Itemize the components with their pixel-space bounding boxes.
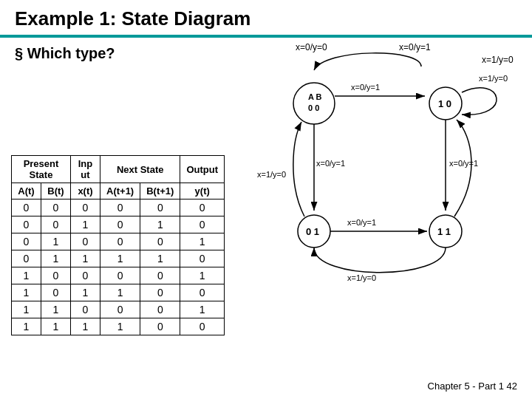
node-ab00-label-2: 0 0 (308, 103, 319, 112)
state-table: PresentState Input Next State Output A(t… (11, 155, 225, 335)
table-cell: 1 (71, 250, 100, 267)
node-01-label: 0 1 (306, 226, 319, 237)
chapter-footer: Chapter 5 - Part 1 42 (428, 381, 517, 392)
table-row: 110001 (12, 301, 225, 318)
table-cell: 1 (140, 216, 180, 233)
table-cell: 1 (71, 284, 100, 301)
table-cell: 0 (41, 284, 71, 301)
table-cell: 1 (41, 233, 71, 250)
table-row: 000000 (12, 200, 225, 216)
table-cell: 1 (71, 318, 100, 335)
table-cell: 0 (12, 216, 41, 233)
diagram-svg: x=0/y=0 x=0/y=1 x=1/y=0 A B 0 0 x=0/y=1 … (251, 33, 525, 358)
label-far-right: x=1/y=0 (482, 55, 514, 65)
table-cell: 1 (100, 318, 140, 335)
table-row: 111100 (12, 318, 225, 335)
label-n01-n11: x=0/y=1 (347, 218, 376, 227)
table-cell: 0 (140, 267, 180, 284)
table-cell: 1 (140, 250, 180, 267)
table-header-row-1: PresentState Input Next State Output (12, 156, 225, 183)
node-11-label: 1 1 (437, 226, 451, 237)
table-row: 010001 (12, 233, 225, 250)
col-yt: y(t) (180, 183, 225, 200)
node-10-label: 1 0 (438, 98, 451, 109)
table-cell: 1 (41, 250, 71, 267)
state-table-container: PresentState Input Next State Output A(t… (11, 155, 225, 335)
col-Bt: B(t) (41, 183, 71, 200)
table-cell: 0 (100, 200, 140, 216)
table-cell: 0 (100, 216, 140, 233)
table-cell: 0 (71, 267, 100, 284)
label-n01-ab00: x=0/y=1 (316, 159, 345, 168)
table-cell: 0 (180, 250, 225, 267)
table-cell: 0 (140, 318, 180, 335)
table-cell: 0 (180, 216, 225, 233)
table-cell: 0 (180, 284, 225, 301)
table-cell: 0 (180, 318, 225, 335)
table-cell: 0 (140, 284, 180, 301)
table-row: 011110 (12, 250, 225, 267)
label-ab00-n10: x=0/y=1 (351, 83, 380, 92)
table-cell: 1 (12, 267, 41, 284)
node-ab00-label-1: A B (308, 92, 322, 101)
table-header-row-2: A(t) B(t) x(t) A(t+1) B(t+1) y(t) (12, 183, 225, 200)
table-row: 100001 (12, 267, 225, 284)
table-cell: 1 (41, 301, 71, 318)
table-cell: 0 (41, 216, 71, 233)
table-cell: 1 (180, 301, 225, 318)
table-cell: 0 (100, 267, 140, 284)
label-top: x=0/y=0 (296, 42, 327, 52)
label-n10-n11: x=0/y=1 (449, 159, 478, 168)
label-top-right: x=0/y=1 (399, 42, 431, 52)
table-row: 101100 (12, 284, 225, 301)
table-cell: 0 (12, 250, 41, 267)
table-cell: 1 (100, 284, 140, 301)
next-state-header: Next State (100, 156, 180, 183)
arrow-n10-self (462, 88, 497, 115)
col-At: A(t) (12, 183, 41, 200)
label-ab00-down: x=1/y=0 (257, 170, 286, 179)
output-header: Output (180, 156, 225, 183)
table-cell: 1 (12, 318, 41, 335)
label-n10-self: x=1/y=0 (479, 74, 508, 83)
table-cell: 1 (12, 284, 41, 301)
state-diagram: x=0/y=0 x=0/y=1 x=1/y=0 A B 0 0 x=0/y=1 … (251, 33, 525, 358)
table-cell: 0 (180, 200, 225, 216)
table-cell: 1 (100, 250, 140, 267)
arrow-n10-to-ab00 (314, 53, 421, 70)
table-cell: 1 (180, 267, 225, 284)
table-cell: 0 (140, 200, 180, 216)
table-cell: 0 (140, 301, 180, 318)
table-cell: 0 (100, 233, 140, 250)
table-cell: 1 (71, 216, 100, 233)
page-title: Example 1: State Diagram (0, 0, 532, 30)
arrow-n11-to-n01 (314, 248, 446, 273)
table-cell: 0 (12, 200, 41, 216)
table-cell: 1 (41, 318, 71, 335)
arrow-n11-to-n10 (454, 120, 471, 216)
col-At1: A(t+1) (100, 183, 140, 200)
present-state-header: PresentState (12, 156, 71, 183)
table-cell: 0 (41, 267, 71, 284)
table-cell: 0 (71, 200, 100, 216)
table-cell: 0 (140, 233, 180, 250)
col-Bt1: B(t+1) (140, 183, 180, 200)
input-header: Input (71, 156, 100, 183)
arrow-n01-to-ab00 (293, 122, 304, 216)
table-cell: 1 (180, 233, 225, 250)
table-row: 001010 (12, 216, 225, 233)
table-cell: 0 (100, 301, 140, 318)
table-cell: 0 (71, 301, 100, 318)
table-cell: 0 (12, 233, 41, 250)
label-n11-n01: x=1/y=0 (347, 273, 376, 282)
col-xt: x(t) (71, 183, 100, 200)
table-cell: 0 (71, 233, 100, 250)
table-cell: 1 (12, 301, 41, 318)
table-cell: 0 (41, 200, 71, 216)
